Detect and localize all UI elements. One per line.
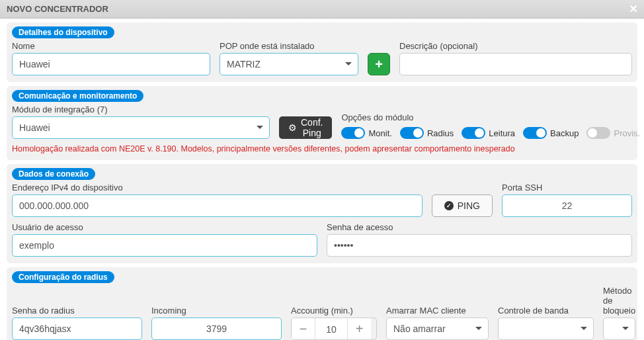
banda-select[interactable] [498, 318, 594, 340]
badge-detalhes: Detalhes do dispositivo [12, 26, 114, 38]
incoming-input[interactable] [151, 318, 282, 340]
senha-radius-label: Senha do radius [12, 306, 142, 316]
ipv4-input[interactable] [12, 194, 423, 217]
nome-input[interactable] [12, 53, 210, 75]
pass-label: Senha de acesso [327, 222, 632, 232]
opcoes-label: Opções do módulo [341, 112, 640, 122]
check-icon [444, 201, 454, 210]
acc-plus-button[interactable]: + [347, 318, 371, 339]
conf-ping-button[interactable]: ⚙ Conf. Ping [279, 116, 332, 139]
modal-header: NOVO CONCENTRADOR × [0, 0, 644, 19]
add-pop-button[interactable]: + [368, 53, 390, 75]
toggle-group: Monit. Radius Leitura Backup Provis. [341, 124, 640, 139]
bloqueio-label: Método de bloqueio [603, 286, 635, 316]
modulo-label: Módulo de integração (7) [12, 105, 270, 114]
ssh-input[interactable] [502, 194, 632, 217]
section-conexao: Dados de conexão Endereço IPv4 do dispos… [7, 164, 637, 263]
descricao-label: Descrição (opcional) [399, 41, 632, 51]
section-radius: Configuração do radius Senha do radius I… [7, 267, 637, 340]
mac-select[interactable]: Não amarrar [386, 318, 489, 340]
section-comunicacao: Comunicação e monitoramento Módulo de in… [7, 86, 637, 160]
user-input[interactable] [12, 234, 317, 257]
toggle-monit[interactable] [341, 127, 365, 139]
section-detalhes: Detalhes do dispositivo Nome POP onde es… [7, 22, 637, 82]
ping-button[interactable]: PING [432, 194, 493, 217]
gear-icon: ⚙ [288, 122, 297, 133]
senha-radius-input[interactable] [12, 318, 142, 340]
badge-comunicacao: Comunicação e monitoramento [12, 90, 143, 102]
plus-icon: + [375, 58, 383, 71]
acc-minus-button[interactable]: − [292, 318, 315, 339]
pop-select[interactable]: MATRIZ [220, 53, 358, 75]
pass-input[interactable] [327, 234, 632, 257]
user-label: Usuário de acesso [12, 222, 317, 232]
badge-radius: Configuração do radius [12, 271, 114, 283]
warning-text: Homologação realizada com NE20E v. 8.190… [12, 144, 632, 153]
accounting-spinner: − + [291, 318, 377, 340]
bloqueio-select[interactable] [603, 318, 635, 340]
badge-conexao: Dados de conexão [12, 168, 95, 180]
toggle-provis[interactable] [586, 127, 610, 139]
banda-label: Controle de banda [498, 306, 594, 316]
close-icon[interactable]: × [629, 1, 637, 17]
mac-label: Amarrar MAC cliente [386, 306, 489, 316]
pop-label: POP onde está instalado [220, 41, 358, 51]
toggle-leitura[interactable] [462, 127, 485, 139]
accounting-label: Accountig (min.) [291, 306, 377, 316]
acc-value[interactable] [315, 318, 347, 340]
modulo-select[interactable]: Huawei [12, 116, 270, 139]
modal-title: NOVO CONCENTRADOR [7, 4, 108, 14]
toggle-radius[interactable] [400, 127, 424, 139]
ipv4-label: Endereço IPv4 do dispositivo [12, 183, 423, 192]
incoming-label: Incoming [151, 306, 282, 316]
modal: NOVO CONCENTRADOR × Detalhes do disposit… [0, 0, 644, 340]
nome-label: Nome [12, 41, 210, 51]
descricao-input[interactable] [399, 53, 632, 75]
ssh-label: Porta SSH [502, 183, 632, 192]
toggle-backup[interactable] [523, 127, 547, 139]
